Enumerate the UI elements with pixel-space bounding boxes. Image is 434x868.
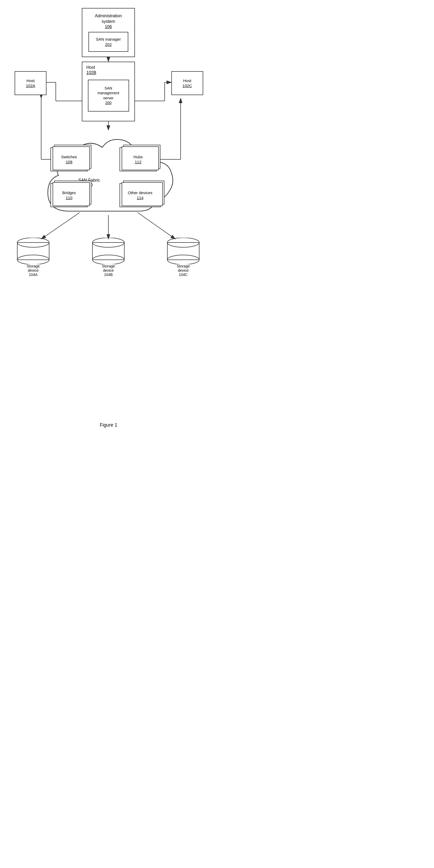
figure-title: Figure 1 — [100, 422, 117, 428]
other-devices-label: Other devices — [128, 190, 152, 195]
other-devices-box: Other devices 114 — [120, 183, 161, 207]
san-fabric-cloud: Switches 108 Hubs 112 SAN Fabric 100 Bri… — [32, 126, 186, 224]
switches-label: Switches — [61, 154, 77, 160]
host-102c-label: Host — [183, 78, 191, 84]
storage-104a-label: Storagedevice — [14, 264, 52, 273]
admin-system-label: Administrationsystem — [95, 13, 122, 25]
storage-104c-ref: 104C — [165, 273, 202, 277]
storage-104b-label: Storagedevice — [90, 264, 127, 273]
hubs-ref: 112 — [135, 159, 141, 165]
host-102b-box: Host 102B SANmanagementserver 200 — [82, 62, 135, 121]
san-manager-box: SAN manager 202 — [88, 32, 128, 52]
admin-system-box: Administrationsystem 106 SAN manager 202 — [82, 8, 135, 57]
storage-104a-ref: 104A — [14, 273, 52, 277]
switches-ref: 108 — [66, 159, 72, 165]
svg-rect-26 — [167, 243, 199, 260]
host-102a-label: Host — [27, 78, 35, 84]
storage-104c-label: Storagedevice — [165, 264, 202, 273]
san-mgmt-server-label: SANmanagementserver — [97, 86, 119, 100]
svg-rect-23 — [92, 243, 124, 260]
other-devices-ref: 114 — [137, 195, 144, 200]
storage-104b: Storagedevice 104B — [90, 238, 127, 279]
bridges-label: Bridges — [62, 190, 76, 195]
cloud-svg — [32, 126, 186, 224]
bridges-box: Bridges 110 — [51, 183, 88, 207]
hubs-box: Hubs 112 — [120, 147, 157, 171]
svg-rect-20 — [17, 243, 49, 260]
host-102b-ref: 102B — [86, 70, 96, 76]
admin-system-ref: 106 — [105, 24, 112, 30]
san-mgmt-server-ref: 200 — [105, 100, 111, 105]
figure-caption: Figure 1 — [0, 422, 217, 433]
bridges-ref: 110 — [66, 195, 72, 200]
diagram: Administrationsystem 106 SAN manager 202… — [0, 0, 217, 420]
storage-104b-ref: 104B — [90, 273, 127, 277]
host-102a-box: Host 102A — [14, 71, 46, 95]
host-102b-label: Host — [86, 65, 95, 70]
host-102a-ref: 102A — [26, 83, 35, 88]
hubs-label: Hubs — [133, 154, 143, 160]
cylinder-104a-svg — [14, 238, 52, 264]
storage-104a: Storagedevice 104A — [14, 238, 52, 279]
host-102c-box: Host 102C — [171, 71, 203, 95]
san-mgmt-server-box: SANmanagementserver 200 — [88, 80, 129, 112]
switches-box: Switches 108 — [51, 147, 88, 171]
san-manager-label: SAN manager — [96, 37, 121, 42]
storage-104c: Storagedevice 104C — [165, 238, 202, 279]
host-102c-ref: 102C — [183, 83, 192, 88]
san-manager-ref: 202 — [105, 42, 112, 47]
cylinder-104c-svg — [165, 238, 202, 264]
cylinder-104b-svg — [90, 238, 127, 264]
